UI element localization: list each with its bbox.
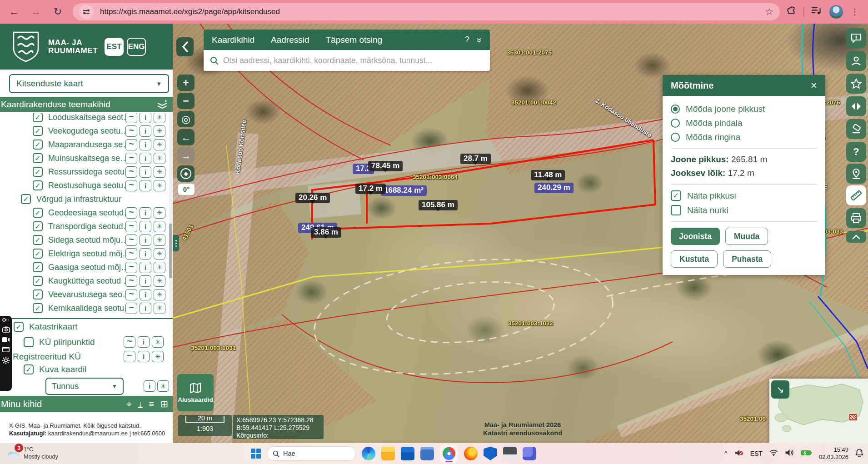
layer-row[interactable]: ✓ Kaugküttega seotud … ~ i ✳ [0, 274, 169, 288]
legend-icon[interactable]: ~ [125, 303, 137, 314]
gear-icon[interactable]: ✳ [154, 234, 165, 246]
info-icon[interactable]: i [140, 262, 151, 273]
info-icon[interactable]: i [140, 207, 151, 219]
info-icon[interactable]: i [140, 303, 151, 314]
swipe-compare-button[interactable] [846, 96, 866, 116]
layer-checkbox[interactable]: ✓ [33, 126, 43, 136]
profile-avatar[interactable] [829, 5, 843, 19]
draw-button[interactable]: Joonista [671, 228, 720, 245]
legend-icon[interactable]: ~ [125, 125, 137, 137]
layer-row[interactable]: ✓ Geodeesiaga seotud… ~ i ✳ [0, 206, 169, 220]
layer-row[interactable]: ✓ Veekogudega seotu… ~ i ✳ [0, 124, 169, 138]
address-bar[interactable]: https://xgis.maaamet.ee/xgis2/page/app/k… [73, 3, 780, 20]
sidebar-scrollbar-thumb[interactable] [169, 224, 172, 278]
feedback-button[interactable] [846, 28, 866, 48]
show-lengths-row[interactable]: ✓ Näita pikkusi [671, 190, 817, 201]
battery-icon[interactable] [800, 449, 812, 458]
calculator-icon[interactable] [420, 447, 434, 460]
clear-button[interactable]: Puhasta [723, 250, 771, 268]
gear-icon[interactable]: ✳ [154, 125, 165, 137]
sidebar-scrollbar[interactable] [169, 113, 172, 318]
legend-icon[interactable]: ~ [125, 207, 137, 219]
katastrikaart-row[interactable]: ✓ Katastrikaart [14, 322, 78, 332]
history-back-button[interactable]: ← [177, 129, 195, 145]
firefox-icon[interactable] [464, 447, 478, 460]
start-button[interactable] [251, 449, 261, 459]
screen-capture-toolbar[interactable] [0, 316, 12, 391]
layer-row[interactable]: ✓ Reostusohuga seotu… ~ i ✳ [0, 179, 169, 192]
legend-icon[interactable]: ~ [125, 113, 137, 123]
layers-icon[interactable]: ≡ [149, 399, 155, 409]
legend-icon[interactable]: ~ [125, 248, 137, 259]
info-icon[interactable]: i [138, 351, 150, 362]
layer-checkbox[interactable]: ✓ [33, 140, 43, 150]
info-icon[interactable]: i [140, 275, 151, 287]
layer-checkbox[interactable]: ✓ [33, 208, 43, 218]
zoom-in-button[interactable]: + [177, 75, 195, 91]
media-controls-icon[interactable] [812, 6, 822, 17]
window-capture-icon[interactable] [2, 347, 10, 352]
checkbox-unchecked[interactable]: ✓ [671, 205, 681, 215]
file-explorer-icon[interactable] [381, 447, 395, 460]
legend-icon[interactable]: ~ [125, 153, 137, 164]
back-icon[interactable]: ← [6, 4, 22, 20]
zoom-out-button[interactable]: − [177, 93, 195, 109]
tab-kaardikihid[interactable]: Kaardikihid [212, 35, 254, 45]
gear-icon[interactable] [2, 356, 10, 364]
history-forward-button[interactable]: → [177, 147, 195, 164]
chrome-menu-icon[interactable]: ⋮ [851, 7, 859, 17]
gear-icon[interactable]: ✳ [154, 289, 165, 300]
overview-map[interactable]: ↘ [769, 379, 868, 443]
url-text[interactable]: https://xgis.maaamet.ee/xgis2/page/app/k… [100, 7, 280, 16]
sidebar-collapse-button[interactable] [176, 37, 194, 56]
gear-icon[interactable]: ✳ [154, 139, 165, 150]
checkbox-checked[interactable]: ✓ [24, 364, 34, 374]
keyboard-language[interactable]: EST [750, 450, 763, 457]
shield-app-icon[interactable] [484, 447, 497, 460]
layer-row[interactable]: ✓ Sidega seotud mõju… ~ i ✳ [0, 233, 169, 247]
muted-speaker-icon[interactable] [734, 449, 743, 459]
video-recorder-icon[interactable] [2, 337, 10, 343]
map-canvas[interactable]: 35301:001:2075 35201:001:0042 35201:003:… [173, 24, 868, 443]
layer-row[interactable]: ✓ Elektriga seotud mõj… ~ i ✳ [0, 247, 169, 260]
rotation-degree[interactable]: 0° [178, 184, 195, 195]
tab-tapsem-otsing[interactable]: Täpsem otsing [326, 35, 383, 45]
edit-button[interactable]: Muuda [725, 228, 768, 245]
layer-checkbox[interactable]: ✓ [33, 235, 43, 245]
notification-bell-icon[interactable]: z [855, 449, 863, 459]
download-icon[interactable]: ↓ [138, 400, 143, 408]
layer-checkbox[interactable]: ✓ [33, 180, 43, 190]
overview-expand-button[interactable]: ↘ [771, 380, 789, 399]
taskbar-search[interactable]: Hae [267, 446, 356, 461]
help-button[interactable]: ? [846, 142, 866, 162]
tunnus-select[interactable]: Tunnus ▼ [45, 378, 124, 395]
print-button[interactable] [846, 208, 866, 228]
layer-checkbox[interactable]: ✓ [33, 153, 43, 163]
login-button[interactable] [846, 51, 866, 71]
layer-row[interactable]: ✓ Võrgud ja infrastruktuur [0, 192, 169, 206]
forward-icon[interactable]: → [28, 4, 44, 20]
layer-row[interactable]: ✓ Muinsuskaitsega se… ~ i ✳ [0, 151, 169, 165]
legend-icon[interactable]: ~ [125, 166, 137, 178]
legend-icon[interactable]: ~ [124, 336, 135, 348]
clock[interactable]: 15:49 02.03.2026 [819, 446, 848, 461]
application-select[interactable]: Kitsenduste kaart ▼ [9, 74, 169, 93]
locate-icon[interactable]: ⌖ [126, 399, 131, 409]
lang-eng-button[interactable]: ENG [127, 38, 146, 56]
layer-info-icon[interactable] [156, 99, 168, 110]
gear-icon[interactable]: ✳ [154, 248, 165, 259]
gear-icon[interactable]: ✳ [157, 380, 169, 392]
lang-est-button[interactable]: EST [105, 38, 124, 56]
extensions-icon[interactable] [786, 6, 796, 18]
layer-checkbox[interactable]: ✓ [21, 194, 31, 204]
gear-icon[interactable]: ✳ [152, 336, 164, 348]
gear-icon[interactable]: ✳ [154, 166, 165, 178]
add-layer-icon[interactable]: ⊞ [160, 399, 168, 409]
help-icon[interactable]: ? [465, 35, 469, 45]
edge-icon[interactable] [362, 447, 375, 460]
search-input[interactable] [223, 56, 484, 65]
gear-icon[interactable]: ✳ [154, 113, 165, 123]
legend-icon[interactable]: ~ [125, 180, 137, 191]
layer-checkbox[interactable]: ✓ [33, 221, 43, 231]
kuva-kaardil-row[interactable]: ✓ Kuva kaardil [24, 364, 87, 374]
